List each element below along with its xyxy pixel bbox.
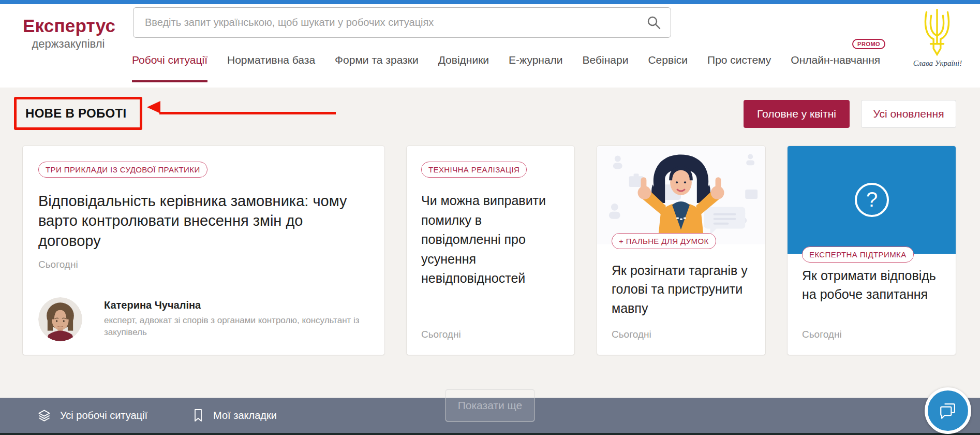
card-title: Чи можна виправити помилку в повідомленн… [421, 191, 561, 288]
card-title: Як отримати відповідь на робоче запитанн… [802, 266, 941, 304]
page-title: НОВЕ В РОБОТІ [17, 106, 127, 121]
all-work-situations-link[interactable]: Усі робочі ситуації [37, 409, 147, 423]
main-nav: Робочі ситуації Нормативна база Форми та… [132, 54, 880, 66]
author-block: Катерина Чучаліна експерт, адвокат зі сп… [38, 297, 385, 341]
top-accent-strip [0, 0, 980, 4]
nav-item-formy-ta-zrazky[interactable]: Форми та зразки [335, 54, 419, 66]
main-content: НОВЕ В РОБОТІ Головне у квітні Усі оновл… [0, 88, 980, 435]
bottom-edge-strip [0, 433, 980, 435]
page: Експертус держзакупівлі Робочі ситуації … [0, 0, 980, 435]
header: Експертус держзакупівлі Робочі ситуації … [0, 4, 980, 88]
nav-item-label: Онлайн-навчання [791, 54, 880, 66]
logo[interactable]: Експертус держзакупівлі [23, 16, 114, 51]
card-date: Сьогодні [38, 259, 384, 270]
card-date: Сьогодні [802, 329, 842, 340]
article-card[interactable]: ТЕХНІЧНА РЕАЛІЗАЦІЯ Чи можна виправити п… [406, 146, 575, 355]
annotation-arrowhead-icon [147, 101, 160, 113]
logo-subtitle: держзакупівлі [23, 37, 114, 51]
bookmark-icon [192, 409, 204, 422]
card-date: Сьогодні [612, 329, 651, 340]
nav-item-dovidnyky[interactable]: Довідники [438, 54, 489, 66]
all-updates-button[interactable]: Усі оновлення [861, 100, 956, 128]
toolbar-item-label: Усі робочі ситуації [60, 410, 147, 422]
article-card[interactable]: ? ЕКСПЕРТНА ПІДТРИМКА Як отримати відпов… [787, 146, 956, 355]
nav-item-pro-systemu[interactable]: Про систему [707, 54, 771, 66]
nav-item-normatyvna-baza[interactable]: Нормативна база [227, 54, 315, 66]
author-role: експерт, адвокат зі спорів з органами ко… [104, 315, 385, 339]
trident-icon [917, 6, 957, 58]
my-bookmarks-link[interactable]: Мої закладки [192, 409, 277, 422]
card-tag: ЕКСПЕРТНА ПІДТРИМКА [802, 247, 914, 263]
show-more-button[interactable]: Показати ще [446, 389, 534, 422]
monthly-highlights-button[interactable]: Головне у квітні [744, 100, 850, 128]
chat-widget-button[interactable] [925, 387, 971, 434]
card-tag: ТРИ ПРИКЛАДИ ІЗ СУДОВОЇ ПРАКТИКИ [38, 162, 207, 178]
layers-icon [37, 409, 51, 423]
card-content: Як розігнати тарганів у голові та пристр… [612, 261, 751, 317]
card-content: Як отримати відповідь на робоче запитанн… [802, 266, 941, 304]
toolbar-item-label: Мої закладки [213, 410, 277, 422]
search-icon[interactable] [646, 15, 662, 31]
nav-item-vebinary[interactable]: Вебінари [583, 54, 629, 66]
svg-text:?: ? [866, 188, 877, 211]
chat-icon [937, 399, 959, 422]
author-name: Катерина Чучаліна [104, 299, 385, 311]
search-input[interactable] [133, 7, 671, 38]
card-title: Як розігнати тарганів у голові та пристр… [612, 261, 751, 317]
card-date: Сьогодні [421, 329, 461, 340]
nav-item-servisy[interactable]: Сервіси [648, 54, 688, 66]
nav-item-robochi-sytuatsii[interactable]: Робочі ситуації [132, 54, 207, 66]
logo-title: Експертус [23, 16, 114, 36]
card-tag: + ПАЛЬНЕ ДЛЯ ДУМОК [612, 233, 716, 249]
question-icon: ? [852, 180, 892, 220]
article-card[interactable]: ТРИ ПРИКЛАДИ ІЗ СУДОВОЇ ПРАКТИКИ Відпові… [22, 146, 385, 355]
card-banner: ? [788, 146, 956, 254]
card-tag: ТЕХНІЧНА РЕАЛІЗАЦІЯ [421, 162, 527, 178]
card-title: Відповідальність керівника замовника: чо… [38, 191, 369, 251]
avatar [38, 297, 82, 341]
nav-item-onlain-navchannia[interactable]: Онлайн-навчання PROMO [791, 54, 880, 66]
card-illustration [597, 146, 765, 244]
annotation-arrow [159, 112, 336, 114]
promo-badge: PROMO [852, 39, 885, 49]
nav-item-e-zhurnaly[interactable]: Е-журнали [509, 54, 563, 66]
search-bar [133, 7, 671, 38]
annotation-box: НОВЕ В РОБОТІ [14, 97, 142, 130]
slogan-text: Слава Україні! [900, 59, 975, 68]
author-info: Катерина Чучаліна експерт, адвокат зі сп… [104, 297, 385, 339]
article-card[interactable]: + ПАЛЬНЕ ДЛЯ ДУМОК Як розігнати тарганів… [597, 146, 766, 355]
